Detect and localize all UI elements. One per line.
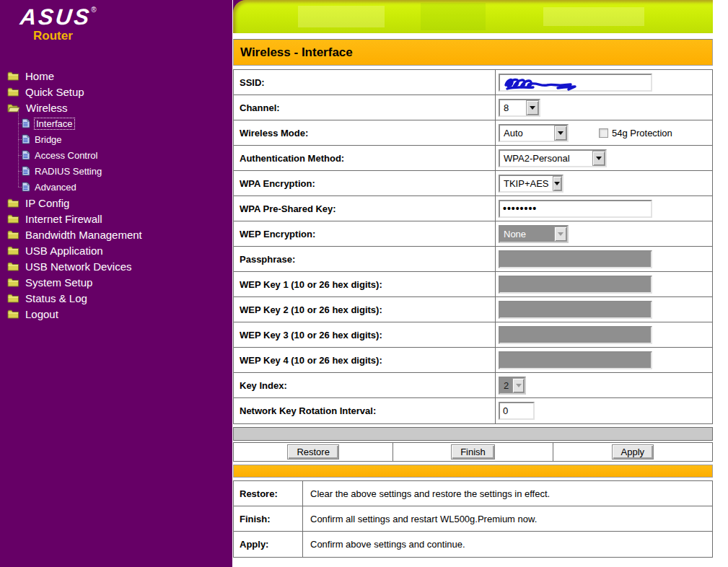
router-label: Router [33,29,73,43]
sidebar-item-bandwidth-management[interactable]: Bandwidth Management [0,227,232,242]
form-row-auth-method: Authentication Method: WPA2-Personal [234,146,712,171]
separator-bar [233,427,713,441]
sidebar-item-wireless[interactable]: Wireless [0,100,232,115]
form-row-passphrase: Passphrase: [234,247,712,272]
form-row-ssid: SSID: [234,70,712,95]
sidebar-item-home[interactable]: Home [0,68,232,84]
form-row-channel: Channel: 8 [234,95,712,120]
passphrase-label: Passphrase: [234,247,496,271]
form-row-wep-encryption: WEP Encryption: None [234,221,712,247]
sidebar-item-radius-setting[interactable]: RADIUS Setting [0,163,232,179]
wep-encryption-select-arrow-icon [554,227,567,242]
ssid-input[interactable] [499,74,652,92]
asus-logo-text: ASUS [19,4,92,30]
sidebar-item-bridge[interactable]: Bridge [0,131,232,147]
folder-icon [7,246,19,255]
wpa-psk-label: WPA Pre-Shared Key: [234,196,496,221]
apply-button[interactable]: Apply [612,444,654,460]
key-index-label: Key Index: [234,373,496,397]
folder-icon [7,278,19,287]
folder-icon [7,198,19,208]
auth-method-select-arrow-icon[interactable] [592,151,605,166]
wpa-encryption-select-arrow-icon[interactable] [553,176,563,191]
restore-button[interactable]: Restore [287,444,339,460]
wep-key4-label: WEP Key 4 (10 or 26 hex digits): [234,348,496,372]
key-index-select: 2 [499,377,526,395]
channel-label: Channel: [234,95,496,120]
form-row-wep-key3: WEP Key 3 (10 or 26 hex digits): [234,322,712,348]
wireless-mode-select-value: Auto [500,126,554,141]
form-row-wep-key4: WEP Key 4 (10 or 26 hex digits): [234,348,712,373]
form-row-wep-key1: WEP Key 1 (10 or 26 hex digits): [234,272,712,297]
folder-icon [7,230,19,239]
registered-mark: ® [91,6,96,14]
folder-icon [7,87,19,97]
channel-select-arrow-icon[interactable] [526,100,539,115]
wireless-mode-select[interactable]: Auto [499,124,569,142]
wireless-interface-form: SSID: Channel: 8 [233,69,713,424]
sidebar-item-ip-config[interactable]: IP Config [0,195,232,211]
auth-method-label: Authentication Method: [234,146,496,170]
form-row-key-index: Key Index: 2 [234,373,712,398]
sidebar-item-advanced[interactable]: Advanced [0,179,232,195]
sidebar: ASUS® Router Home Quick Setup Wireless I… [0,0,232,567]
wep-key1-input [499,276,652,294]
wpa-encryption-label: WPA Encryption: [234,171,496,195]
form-row-wpa-psk: WPA Pre-Shared Key: •••••••• [234,196,712,221]
help-desc-apply: Confirm above settings and continue. [303,539,712,550]
form-row-wep-key2: WEP Key 2 (10 or 26 hex digits): [234,297,712,322]
sidebar-item-logout[interactable]: Logout [0,306,232,322]
form-row-rotation-interval: Network Key Rotation Interval: 0 [234,398,712,423]
sidebar-item-internet-firewall[interactable]: Internet Firewall [0,211,232,227]
main-content: Wireless - Interface SSID: Channel: [233,0,713,567]
sidebar-item-usb-application[interactable]: USB Application [0,242,232,258]
wep-key2-label: WEP Key 2 (10 or 26 hex digits): [234,297,496,322]
sidebar-item-status-and-log[interactable]: Status & Log [0,290,232,306]
document-icon [22,134,30,144]
sidebar-item-quick-setup[interactable]: Quick Setup [0,84,232,100]
document-icon [22,118,30,128]
restore-button-cell: Restore [234,443,393,461]
wep-key3-input [499,326,652,344]
rotation-interval-input[interactable]: 0 [499,402,535,420]
folder-icon [7,262,19,271]
asus-logo: ASUS® [20,4,97,30]
wpa-psk-input[interactable]: •••••••• [499,200,652,218]
help-term-apply: Apply: [234,532,303,557]
help-header-bar [233,465,713,478]
auth-method-select[interactable]: WPA2-Personal [499,149,607,167]
wep-key4-input [499,351,652,369]
sidebar-item-usb-network-devices[interactable]: USB Network Devices [0,258,232,274]
ssid-label: SSID: [234,70,496,94]
wep-encryption-select: None [499,225,569,243]
help-row-apply: Apply: Confirm above settings and contin… [234,532,712,557]
sidebar-item-access-control[interactable]: Access Control [0,147,232,163]
document-icon [22,166,30,176]
54g-protection-checkbox[interactable] [599,128,608,138]
passphrase-input [499,250,652,268]
help-term-finish: Finish: [234,506,303,531]
wireless-mode-label: Wireless Mode: [234,120,496,145]
channel-select-value: 8 [500,100,526,115]
help-term-restore: Restore: [234,481,303,506]
top-banner-backdrop [233,0,713,33]
54g-protection-label: 54g Protection [612,128,672,139]
wpa-encryption-select[interactable]: TKIP+AES [499,175,563,193]
finish-button[interactable]: Finish [451,444,495,460]
channel-select[interactable]: 8 [499,99,540,117]
form-row-wireless-mode: Wireless Mode: Auto 54g Protection [234,120,712,146]
folder-icon [7,294,19,303]
apply-button-cell: Apply [553,443,712,461]
document-icon [22,150,30,160]
wireless-mode-select-arrow-icon[interactable] [554,126,567,141]
top-banner [233,0,713,33]
action-button-row: Restore Finish Apply [233,442,713,462]
wep-key2-input [499,301,652,319]
sidebar-item-interface[interactable]: Interface [0,115,232,131]
folder-icon [7,71,19,81]
sidebar-item-system-setup[interactable]: System Setup [0,274,232,290]
document-icon [22,182,30,192]
wep-encryption-select-value: None [500,227,554,242]
folder-icon [7,309,19,319]
help-row-restore: Restore: Clear the above settings and re… [234,481,712,506]
